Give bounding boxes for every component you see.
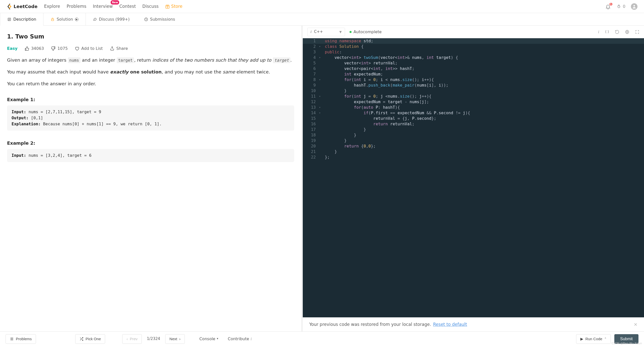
example-2-box: Input: nums = [3,2,4], target = 6 — [7, 149, 294, 162]
problems-label: Problems — [16, 337, 32, 341]
tab-submissions[interactable]: Submissions — [137, 13, 183, 25]
contribute-link[interactable]: Contribute i — [228, 336, 252, 342]
code-line[interactable]: 4▾ vector<int> twoSum(vector<int>& nums,… — [303, 55, 644, 60]
code-line[interactable]: 5 vector<int> returnVal; — [303, 60, 644, 66]
submit-label: Submit — [620, 337, 633, 341]
close-restore-button[interactable]: ✕ — [634, 321, 637, 328]
braces-icon — [605, 30, 609, 34]
code-line[interactable]: 9 hashT.push_back(make_pair(nums[i], i))… — [303, 83, 644, 88]
dislike-count: 1075 — [58, 46, 68, 52]
editor-toolbar: i C++ ▼ Autocomplete i — [303, 26, 644, 38]
description-panel[interactable]: 1. Two Sum Easy 34063 1075 Add to List — [0, 26, 303, 331]
reset-to-default-link[interactable]: Reset to default — [433, 321, 467, 328]
add-to-list-button[interactable]: Add to List — [75, 46, 103, 52]
code-line[interactable]: 7 int expectedNum; — [303, 71, 644, 77]
code-line[interactable]: 18 } — [303, 132, 644, 138]
code-line[interactable]: 15 returnVal = {j, P.second}; — [303, 116, 644, 121]
prev-button[interactable]: ‹ Prev — [122, 334, 142, 344]
discuss-icon — [93, 17, 97, 21]
code-line[interactable]: 2▾class Solution { — [303, 44, 644, 49]
reset-icon — [615, 30, 619, 34]
code-line[interactable]: 22}; — [303, 155, 644, 160]
page-indicator: 1/2324 — [147, 336, 160, 342]
reset-button[interactable] — [615, 30, 619, 34]
submissions-icon — [144, 17, 148, 21]
user-avatar[interactable] — [631, 3, 637, 10]
problems-button[interactable]: Problems — [6, 334, 36, 344]
logo-link[interactable]: LeetCode — [7, 3, 37, 10]
notification-count: 1 — [609, 2, 613, 6]
share-button[interactable]: Share — [110, 46, 128, 52]
settings-button[interactable] — [625, 30, 629, 34]
code-line[interactable]: 16 return returnVal; — [303, 121, 644, 127]
list-icon — [10, 337, 14, 341]
tab-description[interactable]: Description — [0, 13, 44, 26]
notification-button[interactable]: 1 — [605, 4, 611, 9]
code-line[interactable]: 3public: — [303, 49, 644, 55]
nav-explore[interactable]: Explore — [44, 3, 60, 10]
problem-title: 1. Two Sum — [7, 32, 294, 41]
dislike-button[interactable]: 1075 — [51, 46, 68, 52]
chevron-down-small-icon: ▾ — [217, 337, 218, 341]
tab-submissions-label: Submissions — [150, 16, 175, 22]
chevron-up-icon: ⌃ — [604, 337, 607, 340]
code-line[interactable]: 19 } — [303, 138, 644, 143]
autocomplete-indicator[interactable]: Autocomplete — [350, 29, 382, 35]
pagination: ‹ Prev 1/2324 Next › — [122, 334, 185, 344]
add-to-list-label: Add to List — [81, 46, 103, 52]
code-line[interactable]: 14▾ if(P.first == expectedNum && P.secon… — [303, 110, 644, 116]
fullscreen-button[interactable] — [635, 30, 639, 34]
streak-count: 0 — [623, 4, 625, 10]
streak-indicator[interactable]: 0 — [616, 4, 625, 10]
run-code-button[interactable]: ▶ Run Code ⌃ — [576, 334, 611, 344]
code-line[interactable]: 12 expectedNum = target - nums[j]; — [303, 99, 644, 105]
svg-rect-3 — [51, 19, 54, 21]
code-line[interactable]: 10 } — [303, 88, 644, 94]
nav-interview-label: Interview — [93, 4, 113, 9]
pick-one-button[interactable]: Pick One — [75, 334, 105, 344]
pick-one-label: Pick One — [85, 337, 101, 341]
thumbs-down-icon — [51, 46, 56, 51]
code-line[interactable]: 21 } — [303, 149, 644, 155]
nav-problems[interactable]: Problems — [67, 3, 86, 10]
next-button[interactable]: Next › — [165, 334, 185, 344]
main-nav: Explore Problems InterviewNew Contest Di… — [44, 3, 182, 10]
nav-store[interactable]: Store — [165, 3, 183, 10]
like-button[interactable]: 34063 — [25, 46, 44, 52]
info-icon: i — [598, 29, 599, 34]
braces-button[interactable] — [605, 30, 609, 34]
tab-solution[interactable]: Solution ▶ — [44, 13, 86, 25]
code-line[interactable]: 20 return {0,0}; — [303, 143, 644, 149]
editor-info-button[interactable]: i — [598, 29, 599, 35]
language-select[interactable]: i C++ ▼ — [307, 28, 345, 36]
code-target: target — [117, 57, 134, 63]
nav-discuss[interactable]: Discuss — [142, 3, 159, 10]
description-para-2: You may assume that each input would hav… — [7, 68, 294, 75]
next-label: Next — [169, 337, 177, 341]
tab-solution-label: Solution — [57, 16, 73, 22]
description-icon — [7, 17, 11, 21]
code-line[interactable]: 8▾ for(int i = 0; i < nums.size(); i++){ — [303, 77, 644, 83]
info-icon: i — [311, 29, 312, 35]
info-icon: i — [251, 336, 252, 342]
like-count: 34063 — [31, 46, 44, 52]
editor-panel: i C++ ▼ Autocomplete i 1using namespace … — [303, 26, 644, 331]
code-line[interactable]: 6 vector<pair<int, int>> hashT; — [303, 66, 644, 71]
code-editor[interactable]: 1using namespace std;2▾class Solution {3… — [303, 38, 644, 317]
nav-contest[interactable]: Contest — [119, 3, 136, 10]
console-toggle[interactable]: Console ▾ — [199, 336, 218, 342]
top-header: LeetCode Explore Problems InterviewNew C… — [0, 0, 644, 13]
tab-discuss[interactable]: Discuss (999+) — [86, 13, 137, 25]
fullscreen-icon — [635, 30, 639, 34]
status-dot-icon — [350, 31, 352, 33]
code-line[interactable]: 13▾ for(auto P: hashT){ — [303, 105, 644, 110]
tab-discuss-label: Discuss (999+) — [99, 16, 130, 22]
code-nums: nums — [68, 57, 81, 63]
user-icon — [632, 4, 636, 9]
nav-interview[interactable]: InterviewNew — [93, 3, 113, 10]
code-line[interactable]: 11▾ for(int j = 0; j <nums.size(); j++){ — [303, 94, 644, 99]
code-line[interactable]: 1using namespace std; — [303, 38, 644, 44]
code-line[interactable]: 17 } — [303, 127, 644, 132]
tab-description-label: Description — [13, 16, 36, 22]
fire-icon — [616, 4, 621, 9]
